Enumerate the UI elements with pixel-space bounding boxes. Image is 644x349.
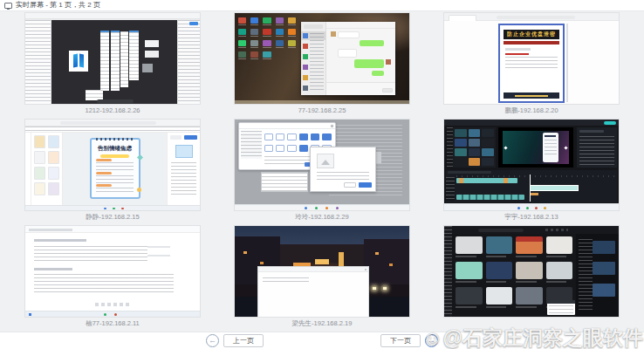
avatar	[303, 75, 308, 80]
taskbar-icon	[544, 207, 546, 209]
section-label	[96, 184, 112, 187]
file-icon	[322, 133, 331, 140]
screen-cell-1: 1212-192.168.2.26	[24, 12, 201, 116]
page-title: 实时屏幕 - 第 1 页，共 2 页	[16, 0, 100, 10]
table-cell-line	[147, 246, 170, 248]
monitor-icon	[4, 3, 12, 9]
desktop-icon	[263, 29, 271, 35]
desktop-icon	[276, 17, 284, 24]
template-card	[34, 182, 45, 195]
window-titlebar: 实时屏幕 - 第 1 页，共 2 页	[0, 0, 644, 11]
template-video-card	[456, 262, 483, 279]
screen-thumbnail-5[interactable]	[234, 119, 410, 211]
thumb-caption: 77-192.168.2.25	[234, 105, 410, 116]
template-video-card	[516, 236, 543, 254]
video-thumb	[593, 241, 615, 254]
scrollbar	[566, 24, 568, 101]
doc-footer-bar	[504, 92, 558, 99]
app-titlebar	[25, 13, 200, 19]
note-lines	[96, 175, 134, 183]
avatar	[303, 44, 308, 49]
playhead	[530, 174, 531, 202]
phone-text-lines	[545, 140, 557, 157]
editor-titlebar	[444, 120, 619, 126]
taskbar-icon	[315, 207, 318, 209]
note-lines	[96, 188, 134, 195]
thumb-caption	[443, 318, 620, 329]
screen-cell-6: 宇宇-192.168.2.13	[443, 119, 620, 222]
toolbar-tabs	[29, 229, 72, 231]
file-icon	[311, 133, 319, 140]
file-icon	[287, 133, 296, 140]
gallery-topbar	[452, 226, 619, 234]
template-card	[48, 135, 59, 148]
clip-marker-orange	[504, 178, 508, 183]
table-cell-line	[147, 255, 170, 257]
taskbar-icon	[305, 207, 307, 209]
qr-block	[142, 64, 153, 72]
building-right	[364, 239, 409, 284]
dialog-text	[317, 172, 368, 181]
file-icon	[287, 145, 296, 152]
screen-thumbnail-9[interactable]	[443, 225, 620, 318]
browser-tab	[449, 15, 476, 21]
media-thumb	[469, 139, 481, 147]
media-thumb	[469, 148, 481, 156]
media-thumb	[455, 129, 467, 137]
mini-window-header	[547, 300, 575, 304]
desktop-icon	[276, 29, 284, 35]
transform-handle	[504, 147, 507, 150]
nav-rail	[444, 226, 452, 317]
taskbar-icon	[114, 313, 117, 316]
file-icon	[299, 133, 308, 140]
next-page-button[interactable]: 下一页	[380, 334, 421, 347]
template-video-card	[516, 262, 543, 279]
timeline	[446, 170, 617, 202]
search-input	[478, 229, 524, 232]
template-video-card	[486, 287, 513, 305]
screen-thumbnail-2[interactable]	[234, 12, 410, 105]
screen-cell-5: 玲玲-192.168.2.29	[234, 119, 410, 222]
logo-shape-right	[79, 53, 84, 67]
video-frame	[503, 131, 569, 164]
clip-selected	[530, 185, 579, 191]
screen-thumbnail-3[interactable]: 防止企业优盘泄密	[443, 12, 620, 105]
thumb-caption: 玲玲-192.168.2.29	[234, 211, 410, 222]
avatar	[303, 54, 308, 59]
video-thumb	[593, 284, 615, 297]
taskbar	[235, 100, 409, 104]
transform-handle	[564, 147, 567, 150]
dialog-nav	[241, 131, 262, 159]
chat-input-area	[326, 83, 395, 94]
screen-cell-8: 梁先生-192.168.2.19	[234, 225, 410, 329]
start-icon	[29, 313, 31, 316]
file-icon	[299, 145, 308, 152]
note-title: 告别情绪焦虑	[92, 145, 139, 153]
toolbar	[25, 226, 200, 233]
thumb-caption: 鹏鹏-192.168.2.20	[443, 105, 620, 116]
contact-avatar	[331, 31, 336, 37]
prev-page-button[interactable]: 上一页	[223, 334, 264, 347]
car-headlight	[383, 287, 387, 290]
panel-controls	[171, 162, 196, 197]
attributes-panel	[577, 127, 617, 168]
screen-thumbnail-4[interactable]: 告别情绪焦虑	[24, 119, 201, 211]
template-card	[48, 182, 59, 195]
panel-lines	[579, 136, 614, 165]
screen-thumbnail-8[interactable]	[234, 225, 410, 318]
screen-thumbnail-6[interactable]	[443, 119, 620, 211]
prev-arrow-button[interactable]: ←	[206, 334, 219, 347]
screen-thumbnail-1[interactable]	[24, 12, 201, 105]
chat-header	[326, 22, 395, 29]
lit-window	[389, 263, 393, 266]
doc-banner: 防止企业优盘泄密	[504, 30, 558, 39]
doc-footer-text-line	[515, 95, 548, 97]
next-arrow-button[interactable]: →	[425, 334, 438, 347]
share-button	[189, 22, 198, 25]
mini-window-lines	[549, 305, 573, 313]
desktop-icon	[288, 17, 296, 24]
message-bubble-right	[372, 71, 384, 76]
screen-thumbnail-7[interactable]	[24, 225, 201, 318]
taskbar-icon	[336, 207, 339, 209]
phone-header-line	[545, 135, 556, 137]
